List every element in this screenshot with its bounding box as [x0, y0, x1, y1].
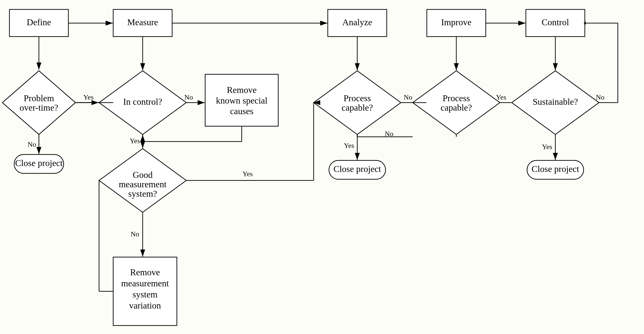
control-label: Control: [542, 17, 569, 27]
good-measurement-label1: Good: [133, 170, 152, 180]
remove-variation-label2: measurement: [121, 278, 169, 288]
process-capable1-label1: Process: [344, 93, 371, 103]
good-measurement-label2: measurement: [119, 179, 167, 189]
label-yes2: Yes: [130, 137, 140, 144]
remove-special-label2: known special: [216, 96, 268, 106]
label-no2: No: [184, 93, 193, 101]
remove-variation-label1: Remove: [130, 267, 160, 277]
good-measurement-label3: system?: [128, 189, 157, 198]
close-project1-label: Close project: [15, 158, 63, 168]
define-label: Define: [27, 17, 51, 27]
sustainable-label: Sustainable?: [533, 97, 578, 106]
label-no6: No: [596, 93, 604, 101]
problem-overtime-label1: Problem: [24, 93, 54, 103]
label-yes6: Yes: [542, 143, 552, 150]
measure-label: Measure: [127, 17, 158, 27]
flowchart: Define Measure Analyze Improve Control R…: [0, 0, 644, 334]
remove-special-label: Remove: [227, 85, 257, 95]
remove-variation-label4: variation: [129, 300, 161, 310]
remove-variation-label3: system: [132, 290, 158, 299]
analyze-label: Analyze: [342, 17, 372, 27]
process-capable2-label1: Process: [442, 93, 470, 103]
label-no3: No: [131, 230, 139, 238]
process-capable1-label2: capable?: [342, 102, 373, 112]
close-project2-label: Close project: [334, 164, 381, 174]
label-no4: No: [404, 93, 412, 101]
label-no5: No: [385, 130, 394, 138]
problem-overtime-label2: over-time?: [20, 102, 58, 112]
remove-special-label3: causes: [230, 106, 253, 116]
label-yes3: Yes: [242, 170, 253, 178]
improve-label: Improve: [441, 17, 472, 27]
label-yes5: Yes: [496, 93, 506, 101]
process-capable2-label2: capable?: [441, 102, 472, 112]
label-yes1: Yes: [83, 93, 94, 101]
in-control-label: In control?: [123, 97, 162, 106]
label-yes4: Yes: [344, 142, 354, 149]
label-no1: No: [28, 140, 36, 148]
close-project3-label: Close project: [532, 164, 579, 174]
